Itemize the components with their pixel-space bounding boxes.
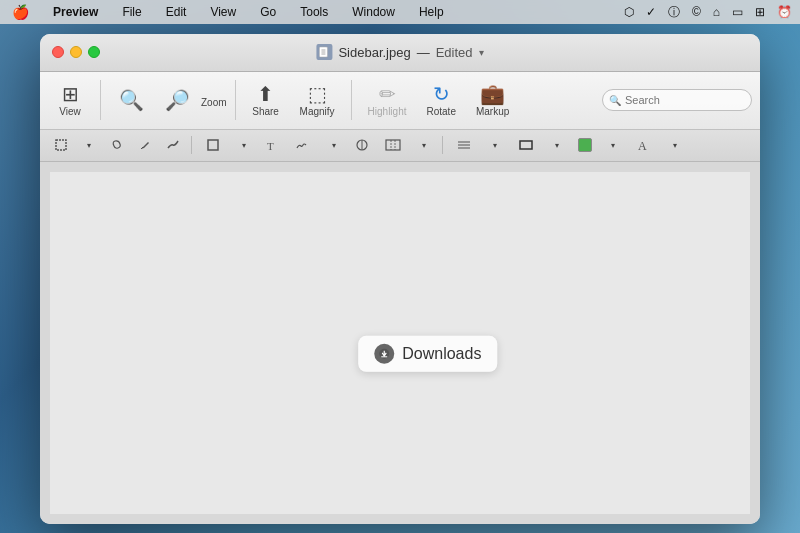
zoom-in-button[interactable]: 🔎 bbox=[155, 86, 199, 114]
markup-button[interactable]: 💼 Markup bbox=[468, 80, 517, 121]
svg-rect-9 bbox=[386, 140, 400, 150]
view-label: View bbox=[59, 106, 81, 117]
zoom-in-icon: 🔎 bbox=[165, 90, 190, 110]
annotation-toolbar: ▾ ▾ T bbox=[40, 130, 760, 162]
downloads-text: Downloads bbox=[402, 344, 481, 362]
c-icon: © bbox=[692, 5, 701, 19]
titlebar: Sidebar.jpeg — Edited ▾ bbox=[40, 34, 760, 72]
titlebar-center: Sidebar.jpeg — Edited ▾ bbox=[316, 44, 483, 60]
canvas-area: Downloads bbox=[40, 162, 760, 524]
search-icon: 🔍 bbox=[609, 95, 621, 106]
magnify-icon: ⬚ bbox=[308, 84, 327, 104]
apple-menu[interactable]: 🍎 bbox=[8, 3, 33, 21]
ann-sep-1 bbox=[191, 136, 192, 154]
monitor-icon: ▭ bbox=[732, 5, 743, 19]
draw-button[interactable] bbox=[160, 134, 186, 156]
shape-chevron[interactable]: ▾ bbox=[231, 134, 257, 156]
search-input[interactable] bbox=[602, 89, 752, 111]
menubar: 🍎 Preview File Edit View Go Tools Window… bbox=[0, 0, 800, 24]
font-chevron[interactable]: ▾ bbox=[662, 134, 688, 156]
border-chevron[interactable]: ▾ bbox=[544, 134, 570, 156]
svg-rect-5 bbox=[208, 140, 218, 150]
share-icon: ⬆ bbox=[257, 84, 274, 104]
title-edited: Edited bbox=[436, 45, 473, 60]
align-button[interactable] bbox=[448, 134, 480, 156]
zoom-out-button[interactable]: 🔍 bbox=[109, 86, 153, 114]
rect-chevron[interactable]: ▾ bbox=[76, 134, 102, 156]
clock-icon: ⏰ bbox=[777, 5, 792, 19]
shape-button[interactable] bbox=[197, 134, 229, 156]
text-button[interactable]: T bbox=[259, 134, 285, 156]
check-icon: ✓ bbox=[646, 5, 656, 19]
markup-icon: 💼 bbox=[480, 84, 505, 104]
fill-color-button[interactable] bbox=[572, 134, 598, 156]
font-button[interactable]: A bbox=[628, 134, 660, 156]
highlight-label: Highlight bbox=[368, 106, 407, 117]
rect-select-button[interactable] bbox=[48, 134, 74, 156]
search-container: 🔍 bbox=[602, 89, 752, 111]
menubar-file[interactable]: File bbox=[118, 4, 145, 20]
zoom-label: Zoom bbox=[201, 97, 227, 108]
markup-label: Markup bbox=[476, 106, 509, 117]
highlight-button[interactable]: ✏ Highlight bbox=[360, 80, 415, 121]
grid-icon: ⊞ bbox=[755, 5, 765, 19]
menubar-tools[interactable]: Tools bbox=[296, 4, 332, 20]
downloads-icon bbox=[374, 343, 394, 363]
close-button[interactable] bbox=[52, 46, 64, 58]
info-icon: ⓘ bbox=[668, 4, 680, 21]
highlight-icon: ✏ bbox=[379, 84, 396, 104]
resize-chevron[interactable]: ▾ bbox=[411, 134, 437, 156]
resize-button[interactable] bbox=[377, 134, 409, 156]
lasso-button[interactable] bbox=[104, 134, 130, 156]
share-button[interactable]: ⬆ Share bbox=[244, 80, 288, 121]
search-wrapper: 🔍 bbox=[602, 89, 752, 111]
ann-sep-2 bbox=[442, 136, 443, 154]
pen-button[interactable] bbox=[132, 134, 158, 156]
menubar-edit[interactable]: Edit bbox=[162, 4, 191, 20]
menubar-help[interactable]: Help bbox=[415, 4, 448, 20]
view-button[interactable]: ⊞ View bbox=[48, 80, 92, 121]
title-chevron[interactable]: ▾ bbox=[479, 47, 484, 58]
menubar-status-icons: ⬡ ✓ ⓘ © ⌂ ▭ ⊞ ⏰ bbox=[624, 4, 792, 21]
svg-rect-4 bbox=[56, 140, 66, 150]
separator-1 bbox=[100, 80, 101, 120]
separator-2 bbox=[235, 80, 236, 120]
preview-window: Sidebar.jpeg — Edited ▾ ⊞ View 🔍 🔎 Zoom bbox=[40, 34, 760, 524]
main-toolbar: ⊞ View 🔍 🔎 Zoom ⬆ Share ⬚ Magnify bbox=[40, 72, 760, 130]
rotate-icon: ↻ bbox=[433, 84, 450, 104]
svg-text:A: A bbox=[638, 139, 647, 152]
rotate-button[interactable]: ↻ Rotate bbox=[419, 80, 464, 121]
filename-text: Sidebar.jpeg bbox=[338, 45, 410, 60]
border-style-button[interactable] bbox=[510, 134, 542, 156]
svg-rect-15 bbox=[520, 141, 532, 149]
canvas-content: Downloads bbox=[50, 172, 750, 514]
maximize-button[interactable] bbox=[88, 46, 100, 58]
menubar-view[interactable]: View bbox=[206, 4, 240, 20]
align-chevron[interactable]: ▾ bbox=[482, 134, 508, 156]
menubar-window[interactable]: Window bbox=[348, 4, 399, 20]
share-label: Share bbox=[252, 106, 279, 117]
toolbar-zoom-group: 🔍 🔎 Zoom bbox=[109, 86, 227, 114]
magnify-label: Magnify bbox=[300, 106, 335, 117]
view-icon: ⊞ bbox=[62, 84, 79, 104]
minimize-button[interactable] bbox=[70, 46, 82, 58]
zoom-out-icon: 🔍 bbox=[119, 90, 144, 110]
sign-chevron[interactable]: ▾ bbox=[321, 134, 347, 156]
sign-button[interactable] bbox=[287, 134, 319, 156]
traffic-lights bbox=[52, 46, 100, 58]
magnify-button[interactable]: ⬚ Magnify bbox=[292, 80, 343, 121]
separator-3 bbox=[351, 80, 352, 120]
title-separator: — bbox=[417, 45, 430, 60]
adjust-button[interactable] bbox=[349, 134, 375, 156]
menubar-go[interactable]: Go bbox=[256, 4, 280, 20]
file-icon bbox=[316, 44, 332, 60]
svg-text:T: T bbox=[267, 140, 274, 152]
toolbar-view-group: ⊞ View bbox=[48, 80, 92, 121]
fill-chevron[interactable]: ▾ bbox=[600, 134, 626, 156]
rotate-label: Rotate bbox=[427, 106, 456, 117]
menubar-preview[interactable]: Preview bbox=[49, 4, 102, 20]
home-icon: ⌂ bbox=[713, 5, 720, 19]
fill-color-swatch bbox=[578, 138, 592, 152]
downloads-label: Downloads bbox=[358, 335, 497, 371]
dropbox-icon: ⬡ bbox=[624, 5, 634, 19]
